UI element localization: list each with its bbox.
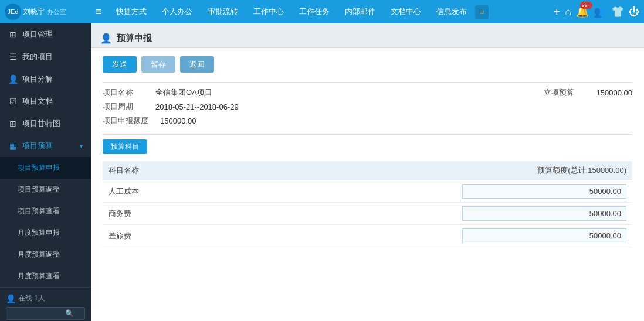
budget-section-btn[interactable]: 预算科目 <box>103 139 147 154</box>
table-row: 商务费 50000.00 <box>103 203 632 225</box>
submenu-label: 项目预算调整 <box>18 185 60 194</box>
submenu-item-monthly-adjust[interactable]: 月度预算调整 <box>0 244 91 265</box>
submenu-label: 月度预算申报 <box>18 228 60 238</box>
row-name: 差旅费 <box>103 225 205 247</box>
online-status: 👤 在线 1人 <box>6 293 85 303</box>
search-icon: 🔍 <box>65 309 74 317</box>
table-row: 人工成本 50000.00 <box>103 180 632 203</box>
project-name-label: 项目名称 <box>103 87 144 98</box>
submenu-item-budget-view[interactable]: 项目预算查看 <box>0 200 91 222</box>
add-icon[interactable]: + <box>553 5 560 19</box>
sidebar-item-label: 项目管理 <box>22 29 53 40</box>
my-projects-icon: ☰ <box>8 52 18 62</box>
project-mgmt-icon: ⊞ <box>8 30 18 39</box>
project-docs-icon: ☑ <box>8 97 18 106</box>
sidebar-item-budget[interactable]: ▦ 项目预算 ▾ <box>0 135 91 157</box>
user-info: JEd 刘晓宇 办公室 <box>5 4 96 20</box>
form-row-name: 项目名称 全信集团OA项目 立项预算 150000.00 <box>103 87 632 98</box>
project-name-value: 全信集团OA项目 <box>155 87 212 98</box>
submenu-label: 月度预算调整 <box>18 250 60 259</box>
sidebar-bottom: 👤 在线 1人 🔍 <box>0 287 91 321</box>
username: 刘晓宇 <box>23 7 45 17</box>
content-header: 👤 预算申报 <box>91 23 644 48</box>
page-title-icon: 👤 <box>100 33 112 44</box>
search-input[interactable] <box>10 309 63 317</box>
sidebar-item-project-docs[interactable]: ☑ 项目文档 <box>0 90 91 112</box>
submenu-label: 月度预算查看 <box>18 271 60 281</box>
home-icon[interactable]: ⌂ <box>565 6 571 18</box>
top-nav-right: + ⌂ 🔔 99+ 👥 👕 ⏻ <box>553 5 639 19</box>
nav-item-personal[interactable]: 个人办公 <box>155 3 199 21</box>
form-row-amount: 项目申报额度 150000.00 <box>103 115 632 126</box>
row-amount[interactable]: 50000.00 <box>205 225 632 247</box>
nav-more-button[interactable]: ≡ <box>475 5 489 19</box>
gantt-icon: ⊞ <box>8 119 18 128</box>
nav-item-mail[interactable]: 内部邮件 <box>338 3 382 21</box>
submenu-item-monthly-apply[interactable]: 月度预算申报 <box>0 222 91 244</box>
sidebar: ⊞ 项目管理 ☰ 我的项目 👤 项目分解 ☑ 项目文档 ⊞ 项目甘特图 ▦ 项目… <box>0 23 91 321</box>
col-amount-header: 预算额度(总计:150000.00) <box>205 161 632 180</box>
period-label: 项目周期 <box>103 101 144 112</box>
top-navbar: JEd 刘晓宇 办公室 ≡ 快捷方式 个人办公 审批流转 工作中心 工作任务 内… <box>0 0 644 23</box>
apply-amount-label: 项目申报额度 <box>103 115 148 126</box>
submenu-label: 项目预算查看 <box>18 206 60 216</box>
row-amount[interactable]: 50000.00 <box>205 180 632 203</box>
budget-table: 科目名称 预算额度(总计:150000.00) 人工成本 50000.00 商务… <box>103 161 632 247</box>
form-row-period: 项目周期 2018-05-21--2018-06-29 <box>103 101 632 112</box>
org: 办公室 <box>47 8 66 16</box>
budget-icon: ▦ <box>8 141 18 151</box>
save-button[interactable]: 暂存 <box>141 56 175 73</box>
row-amount[interactable]: 50000.00 <box>205 203 632 225</box>
profile-icon[interactable]: 👕 <box>611 5 624 18</box>
sidebar-item-label: 项目文档 <box>22 96 53 107</box>
submenu-label: 项目预算申报 <box>18 163 60 173</box>
chevron-down-icon: ▾ <box>80 143 83 149</box>
period-value: 2018-05-21--2018-06-29 <box>155 103 239 111</box>
sidebar-item-project-decomp[interactable]: 👤 项目分解 <box>0 68 91 90</box>
content-area: 👤 预算申报 发送 暂存 返回 项目名称 全信集团OA项目 立项预算 15000… <box>91 23 644 321</box>
budget-submenu: 项目预算申报 项目预算调整 项目预算查看 月度预算申报 月度预算调整 月度预算查… <box>0 157 91 287</box>
budget-label: 立项预算 <box>544 87 585 98</box>
nav-item-tasks[interactable]: 工作任务 <box>292 3 337 21</box>
sidebar-item-label: 项目甘特图 <box>22 118 60 129</box>
sidebar-item-label: 项目预算 <box>22 141 53 151</box>
sidebar-item-my-projects[interactable]: ☰ 我的项目 <box>0 46 91 68</box>
nav-item-shortcuts[interactable]: 快捷方式 <box>109 3 154 21</box>
action-buttons: 发送 暂存 返回 <box>103 56 632 73</box>
avatar: JEd <box>5 4 21 20</box>
submenu-item-budget-apply[interactable]: 项目预算申报 <box>0 157 91 179</box>
main-area: ⊞ 项目管理 ☰ 我的项目 👤 项目分解 ☑ 项目文档 ⊞ 项目甘特图 ▦ 项目… <box>0 23 644 321</box>
notification-icon[interactable]: 🔔 99+ <box>576 5 589 18</box>
nav-menu: ≡ 快捷方式 个人办公 审批流转 工作中心 工作任务 内部邮件 文档中心 信息发… <box>96 3 553 21</box>
sidebar-item-project-mgmt[interactable]: ⊞ 项目管理 <box>0 23 91 46</box>
sidebar-item-gantt[interactable]: ⊞ 项目甘特图 <box>0 112 91 135</box>
page-title: 预算申报 <box>117 33 152 44</box>
notification-badge: 99+ <box>580 2 592 9</box>
search-box[interactable]: 🔍 <box>6 307 85 320</box>
nav-item-info[interactable]: 信息发布 <box>429 3 474 21</box>
row-name: 人工成本 <box>103 180 205 203</box>
hamburger-icon[interactable]: ≡ <box>96 6 102 18</box>
col-name-header: 科目名称 <box>103 161 205 180</box>
submenu-item-monthly-view[interactable]: 月度预算查看 <box>0 265 91 287</box>
project-form: 项目名称 全信集团OA项目 立项预算 150000.00 项目周期 2018-0… <box>103 87 632 126</box>
table-row: 差旅费 50000.00 <box>103 225 632 247</box>
content-body: 发送 暂存 返回 项目名称 全信集团OA项目 立项预算 150000.00 项目… <box>91 48 644 321</box>
power-icon[interactable]: ⏻ <box>629 6 639 18</box>
nav-item-approval[interactable]: 审批流转 <box>201 3 245 21</box>
send-button[interactable]: 发送 <box>103 56 137 73</box>
submenu-item-budget-adjust[interactable]: 项目预算调整 <box>0 179 91 200</box>
apply-amount-value: 150000.00 <box>160 117 196 125</box>
back-button[interactable]: 返回 <box>180 56 214 73</box>
online-count: 在线 1人 <box>18 293 45 303</box>
project-decomp-icon: 👤 <box>8 74 18 84</box>
budget-value: 150000.00 <box>596 88 632 97</box>
nav-item-work-center[interactable]: 工作中心 <box>246 3 291 21</box>
sidebar-item-label: 我的项目 <box>22 52 53 62</box>
nav-item-docs[interactable]: 文档中心 <box>384 3 428 21</box>
row-name: 商务费 <box>103 203 205 225</box>
sidebar-item-label: 项目分解 <box>22 74 53 84</box>
users-icon[interactable]: 👥 <box>594 5 606 18</box>
